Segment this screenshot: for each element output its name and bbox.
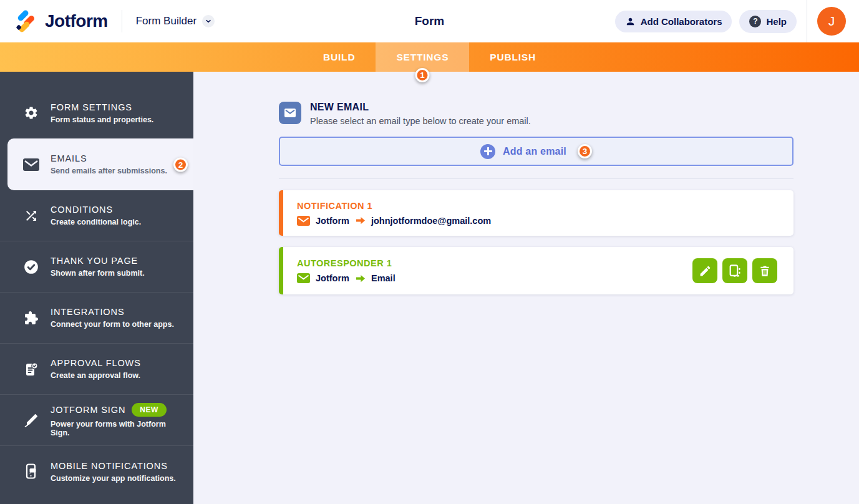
jotform-logo-icon: [15, 9, 39, 33]
jotform-logo-text: Jotform: [45, 11, 108, 31]
add-an-email-label: Add an email: [503, 146, 566, 157]
tab-settings-label: SETTINGS: [396, 52, 449, 63]
duplicate-email-button[interactable]: [722, 258, 747, 283]
mobile-icon: [22, 463, 39, 480]
email-from: Jotform: [316, 273, 349, 283]
envelope-icon: [297, 273, 310, 283]
duplicate-icon: [728, 264, 742, 278]
pen-icon: [22, 413, 39, 428]
pencil-icon: [699, 264, 712, 278]
sidebar-item-subtitle: Send emails after submissions.: [51, 167, 167, 175]
email-to: Email: [371, 273, 396, 283]
email-from: Jotform: [316, 216, 349, 226]
envelope-icon: [297, 216, 310, 226]
sidebar-item-conditions[interactable]: CONDITIONS Create conditional logic.: [0, 190, 193, 241]
emails-settings-panel: NEW EMAIL Please select an email type be…: [193, 72, 859, 504]
sidebar-item-subtitle: Connect your form to other apps.: [51, 320, 174, 329]
tab-settings[interactable]: SETTINGS 1: [376, 42, 469, 72]
step-badge-1: 1: [415, 68, 430, 82]
sidebar-item-subtitle: Create an approval flow.: [51, 371, 141, 380]
header-divider: [807, 0, 807, 42]
sidebar-item-title: APPROVAL FLOWS: [51, 358, 141, 368]
sidebar-item-subtitle: Customize your app notifications.: [51, 474, 176, 483]
email-to: johnjotformdoe@gmail.com: [371, 216, 491, 226]
sidebar-item-title: THANK YOU PAGE: [51, 256, 138, 266]
add-collaborators-label: Add Collaborators: [641, 16, 722, 27]
delete-email-button[interactable]: [752, 258, 777, 283]
tab-publish[interactable]: PUBLISH: [469, 42, 556, 72]
arrow-right-icon: [355, 274, 366, 283]
new-badge: NEW: [132, 403, 167, 417]
page-title: Form: [415, 14, 445, 28]
tab-publish-label: PUBLISH: [490, 52, 536, 63]
shuffle-icon: [22, 208, 39, 223]
email-card-autoresponder[interactable]: AUTORESPONDER 1 Jotform Email: [279, 247, 793, 294]
sidebar-item-subtitle: Power your forms with Jotform Sign.: [51, 420, 182, 437]
document-check-icon: [22, 362, 39, 377]
chevron-down-icon: [202, 15, 215, 27]
sidebar-item-integrations[interactable]: INTEGRATIONS Connect your form to other …: [0, 293, 193, 344]
sidebar-item-title: MOBILE NOTIFICATIONS: [51, 461, 168, 471]
person-icon: [625, 16, 636, 27]
edit-email-button[interactable]: [692, 258, 717, 283]
builder-tabbar: BUILD SETTINGS 1 PUBLISH: [0, 42, 859, 72]
user-avatar[interactable]: J: [817, 7, 846, 36]
product-label: Form Builder: [136, 15, 197, 27]
arrow-right-icon: [355, 216, 366, 225]
step-badge-2: 2: [173, 157, 188, 172]
envelope-icon: [22, 158, 39, 171]
check-circle-icon: [22, 259, 39, 275]
product-switcher[interactable]: Form Builder: [136, 15, 215, 27]
trash-icon: [759, 264, 771, 278]
sidebar-item-approval-flows[interactable]: APPROVAL FLOWS Create an approval flow.: [0, 344, 193, 395]
section-subtitle: Please select an email type below to cre…: [310, 116, 531, 126]
sidebar-item-title: FORM SETTINGS: [51, 102, 132, 112]
question-mark-icon: ?: [749, 16, 761, 27]
help-label: Help: [766, 16, 787, 27]
puzzle-icon: [22, 311, 39, 326]
header-divider: [122, 10, 122, 32]
step-badge-3: 3: [578, 144, 592, 158]
sidebar-item-form-settings[interactable]: FORM SETTINGS Form status and properties…: [0, 87, 193, 138]
sidebar-item-title: EMAILS: [51, 153, 87, 163]
tab-build[interactable]: BUILD: [303, 42, 376, 72]
add-collaborators-button[interactable]: Add Collaborators: [615, 11, 732, 32]
help-button[interactable]: ? Help: [739, 10, 797, 33]
new-email-section-header: NEW EMAIL Please select an email type be…: [279, 102, 793, 126]
gear-icon: [22, 105, 39, 120]
settings-sidebar: FORM SETTINGS Form status and properties…: [0, 72, 193, 504]
content-divider: [279, 178, 793, 179]
sidebar-item-mobile-notifications[interactable]: MOBILE NOTIFICATIONS Customize your app …: [0, 446, 193, 497]
sidebar-item-jotform-sign[interactable]: JOTFORM SIGN NEW Power your forms with J…: [0, 395, 193, 446]
top-header: Jotform Form Builder Form Add Collaborat…: [0, 0, 859, 42]
email-card-title: NOTIFICATION 1: [297, 201, 781, 211]
add-an-email-button[interactable]: Add an email 3: [279, 137, 793, 166]
sidebar-item-subtitle: Shown after form submit.: [51, 269, 145, 278]
section-title: NEW EMAIL: [310, 102, 531, 113]
new-email-icon: [279, 102, 301, 124]
tab-build-label: BUILD: [323, 52, 355, 63]
sidebar-item-thank-you-page[interactable]: THANK YOU PAGE Shown after form submit.: [0, 241, 193, 293]
plus-icon: [480, 144, 495, 159]
sidebar-item-title: JOTFORM SIGN: [51, 405, 125, 415]
jotform-logo[interactable]: Jotform: [15, 9, 108, 33]
sidebar-item-subtitle: Form status and properties.: [51, 115, 153, 124]
sidebar-item-emails[interactable]: EMAILS Send emails after submissions. 2: [7, 138, 193, 190]
sidebar-item-subtitle: Create conditional logic.: [51, 218, 141, 226]
sidebar-item-title: INTEGRATIONS: [51, 307, 124, 317]
sidebar-item-title: CONDITIONS: [51, 205, 113, 215]
email-card-notification[interactable]: NOTIFICATION 1 Jotform johnjotformdoe@gm…: [279, 190, 793, 236]
